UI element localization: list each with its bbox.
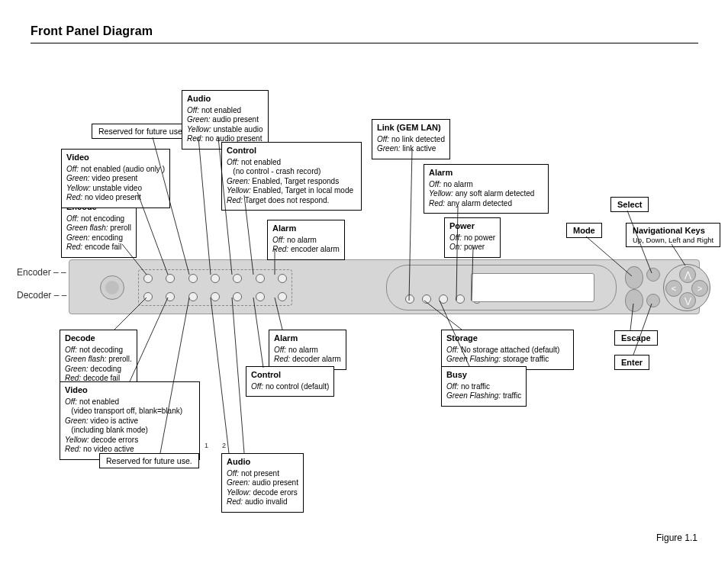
callout-line: Yellow: any soft alarm detected [429, 189, 543, 199]
decoder-row-label: Decoder – – [17, 290, 66, 301]
page-title: Front Panel Diagram [31, 24, 698, 43]
led-audio1-dec [211, 292, 220, 301]
led-audio1-enc [211, 274, 220, 283]
callout-line: Off: no link detected [377, 135, 445, 145]
callout-line: Off: not encoding [66, 214, 131, 224]
mode-button [625, 266, 643, 289]
callout-reserved-bottom: Reserved for future use. [99, 453, 199, 468]
callout-line: Off: No storage attached (default) [446, 346, 569, 355]
callout-line: Green flash: preroll [66, 224, 131, 233]
callout-audio-decoder: Audio Off: not presentGreen: audio prese… [221, 453, 304, 513]
callout-line: Red: decoder alarm [274, 355, 341, 365]
arrow-left-icon: < [665, 280, 682, 297]
encoder-row-label: Encoder – – [17, 267, 66, 278]
label-mode: Mode [566, 223, 602, 238]
callout-line: Off: no alarm [429, 180, 543, 190]
callout-control-encoder: Control Off: not enabled (no control - c… [221, 142, 362, 211]
callout-line: Yellow: Enabled, Target in local mode [227, 186, 356, 196]
callout-line: Green: encoding [66, 233, 131, 243]
arrow-down-icon: ⋁ [679, 292, 696, 309]
callout-alarm-decoder: Alarm Off: no alarmRed: decoder alarm [269, 330, 346, 370]
callout-line: Off: no alarm [274, 346, 341, 355]
callout-power: Power Off: no powerOn: power [444, 217, 501, 258]
callout-line: (including blank mode) [65, 426, 195, 436]
status-pod [386, 265, 617, 310]
callout-line: Green: video present [66, 174, 165, 184]
callout-line: Green flash: preroll. [65, 355, 132, 365]
callout-line: Red: encoder alarm [272, 245, 340, 255]
callout-line: Off: not present [227, 469, 298, 479]
callout-line: Green: audio present [227, 478, 298, 488]
led-storage [422, 294, 431, 304]
callout-video-encoder: Video Off: not enabled (audio only )Gree… [61, 149, 170, 208]
callout-alarm-system: Alarm Off: no alarmYellow: any soft alar… [424, 164, 549, 214]
lcd-display [471, 273, 594, 302]
svg-line-13 [211, 298, 229, 453]
led-reserved-dec [188, 292, 198, 301]
callout-audio-encoder: Audio Off: not enabledGreen: audio prese… [182, 90, 269, 150]
callout-line: Off: not enabled (audio only ) [66, 165, 165, 175]
callout-line: Off: not decoding [65, 346, 132, 355]
escape-button [625, 289, 643, 312]
callout-link: Link (GEM LAN) Off: no link detectedGree… [372, 119, 450, 159]
callout-line: Green: link active [377, 144, 445, 154]
callout-line: Red: any alarm detected [429, 199, 543, 209]
callout-line: (no control - crash record) [227, 167, 356, 177]
led-reserved-enc [188, 274, 198, 283]
led-panel [138, 269, 292, 306]
led-link [405, 294, 414, 304]
callout-line: Off: no control (default) [251, 382, 329, 392]
led-alarm-dec [278, 292, 287, 301]
callout-line: Off: no power [449, 233, 495, 243]
led-alarm-sys [456, 294, 465, 304]
navigation-dpad: ⋀ ⋁ < > [663, 264, 710, 311]
callout-line: Off: not enabled [227, 158, 356, 168]
callout-line: Off: no traffic [446, 382, 521, 392]
callout-line: Red: encode fail [66, 243, 131, 253]
arrow-right-icon: > [691, 280, 708, 297]
callout-line: Green Flashing: storage traffic [446, 355, 569, 365]
label-enter: Enter [614, 355, 649, 370]
svg-line-14 [232, 298, 244, 453]
page: Front Panel Diagram Figure 1.1 Encoder –… [0, 0, 728, 563]
rotary-knob [100, 275, 124, 300]
arrow-up-icon: ⋀ [679, 266, 696, 283]
led-decode [143, 292, 153, 301]
callout-line: (video transport off, blank=blank) [65, 407, 195, 417]
system-led-strip [405, 294, 482, 304]
callout-line: Yellow: unstable video [66, 184, 165, 194]
front-panel-device: ⋀ ⋁ < > [69, 259, 700, 314]
callout-video-decoder: Video Off: not enabled (video transport … [60, 381, 200, 460]
select-button [646, 268, 660, 282]
callout-busy: Busy Off: no trafficGreen Flashing: traf… [441, 366, 527, 407]
led-control-dec [256, 292, 265, 301]
callout-line: Off: not enabled [65, 397, 195, 407]
enter-button [646, 294, 660, 307]
callout-line: On: power [449, 243, 495, 253]
led-encode [143, 274, 153, 283]
callout-line: Green Flashing: traffic [446, 391, 521, 401]
decoder-led-row [143, 292, 287, 301]
led-audio2-enc [233, 274, 242, 283]
callout-line: Green: audio present [187, 115, 263, 125]
led-control-enc [256, 274, 265, 283]
led-video-dec [166, 292, 175, 301]
callout-line: Off: no alarm [272, 236, 340, 246]
callout-storage: Storage Off: No storage attached (defaul… [441, 330, 574, 370]
led-audio2-dec [233, 292, 242, 301]
callout-line: Red: no video present [66, 193, 165, 203]
label-escape: Escape [614, 330, 658, 346]
callout-alarm-encoder: Alarm Off: no alarmRed: encoder alarm [267, 220, 345, 260]
led-alarm-enc [278, 274, 287, 283]
led-busy [439, 294, 448, 304]
figure-label: Figure 1.1 [656, 532, 697, 543]
callout-line: Red: audio invalid [227, 497, 298, 507]
callout-reserved-top: Reserved for future use. [92, 124, 192, 139]
svg-line-3 [198, 137, 211, 275]
label-select: Select [610, 197, 649, 212]
callout-line: Yellow: unstable audio [187, 125, 263, 135]
callout-line: Yellow: decode erors [227, 488, 298, 498]
callout-control-decoder: Control Off: no control (default) [246, 366, 334, 397]
callout-line: Red: Target does not respond. [227, 196, 356, 206]
led-video-enc [166, 274, 175, 283]
